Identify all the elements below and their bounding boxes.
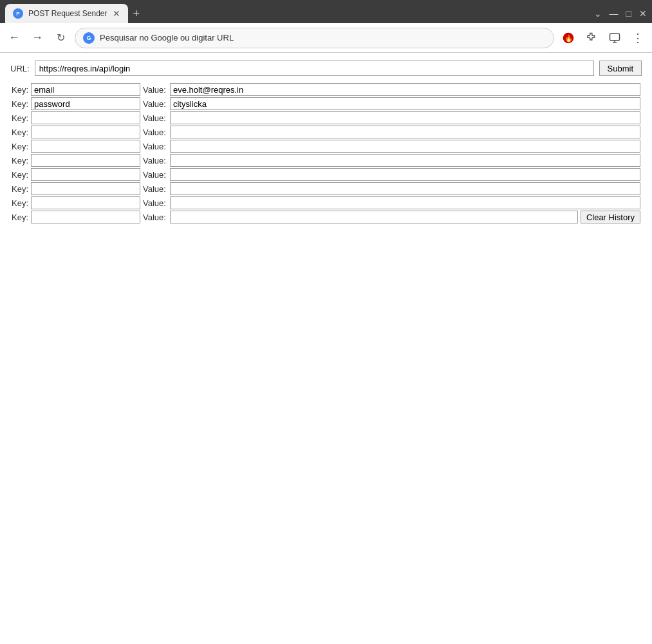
value-cell-9: Clear History (167, 210, 642, 224)
key-input-0[interactable] (31, 83, 140, 96)
key-label-2: Key: (10, 111, 30, 125)
tab-favicon: P (13, 8, 23, 19)
value-cell-6 (167, 167, 642, 182)
value-input-9[interactable] (170, 211, 578, 223)
key-label-1: Key: (10, 97, 30, 111)
new-tab-button[interactable]: + (133, 7, 140, 21)
key-value-table: Key: Value: Key: Value: Key: Value: (10, 82, 642, 224)
value-label-4: Value: (142, 139, 167, 153)
key-input-9[interactable] (31, 211, 140, 223)
url-row: URL: Submit (10, 61, 642, 76)
browser-tab[interactable]: P POST Request Sender ✕ (5, 4, 128, 23)
submit-button[interactable]: Submit (599, 61, 642, 76)
google-icon: G (83, 32, 95, 44)
key-cell-1 (30, 97, 142, 111)
key-label-7: Key: (10, 182, 30, 196)
back-button[interactable]: ← (5, 29, 23, 47)
key-input-5[interactable] (31, 154, 140, 167)
window-controls: ⌄ — □ ✕ (594, 8, 647, 19)
value-cell-7 (167, 182, 642, 196)
tab-bar: P POST Request Sender ✕ + ⌄ — □ ✕ (0, 0, 652, 23)
value-label-6: Value: (142, 167, 167, 182)
key-input-1[interactable] (31, 97, 140, 110)
key-cell-2 (30, 111, 142, 125)
value-label-8: Value: (142, 196, 167, 210)
key-cell-7 (30, 182, 142, 196)
value-label-9: Value: (142, 210, 167, 224)
value-label-5: Value: (142, 153, 167, 167)
browser-actions: 🔥 ⋮ (559, 29, 647, 47)
value-cell-2 (167, 111, 642, 125)
value-cell-4 (167, 139, 642, 153)
clear-history-button[interactable]: Clear History (581, 211, 640, 223)
value-input-3[interactable] (170, 126, 640, 138)
chevron-down-icon[interactable]: ⌄ (594, 8, 602, 19)
value-input-1[interactable] (170, 97, 640, 110)
value-label-3: Value: (142, 125, 167, 139)
value-cell-3 (167, 125, 642, 139)
minimize-button[interactable]: — (610, 8, 619, 19)
key-cell-0 (30, 82, 142, 97)
cast-icon[interactable] (606, 29, 624, 47)
value-input-8[interactable] (170, 196, 640, 209)
key-label-0: Key: (10, 82, 30, 97)
key-input-3[interactable] (31, 126, 140, 138)
url-input[interactable] (35, 61, 594, 76)
svg-rect-4 (610, 33, 620, 41)
value-input-2[interactable] (170, 111, 640, 124)
maximize-button[interactable]: □ (626, 8, 631, 19)
key-input-2[interactable] (31, 111, 140, 124)
svg-text:🔥: 🔥 (564, 33, 573, 42)
page-content: URL: Submit Key: Value: Key: Value: Key: (0, 53, 652, 644)
svg-text:P: P (16, 11, 20, 17)
menu-icon[interactable]: ⋮ (629, 29, 647, 47)
key-input-6[interactable] (31, 168, 140, 181)
value-input-0[interactable] (170, 83, 640, 96)
key-cell-5 (30, 153, 142, 167)
tab-close-button[interactable]: ✕ (113, 9, 120, 18)
key-label-9: Key: (10, 210, 30, 224)
tab-title: POST Request Sender (28, 9, 107, 18)
key-label-3: Key: (10, 125, 30, 139)
forward-button[interactable]: → (28, 29, 46, 47)
value-cell-8 (167, 196, 642, 210)
key-cell-6 (30, 167, 142, 182)
value-cell-1 (167, 97, 642, 111)
address-bar: ← → ↻ G Pesquisar no Google ou digitar U… (0, 23, 652, 53)
value-label-7: Value: (142, 182, 167, 196)
key-cell-8 (30, 196, 142, 210)
value-cell-0 (167, 82, 642, 97)
key-label-6: Key: (10, 167, 30, 182)
refresh-button[interactable]: ↻ (51, 29, 70, 47)
browser-url-bar[interactable]: G Pesquisar no Google ou digitar URL (75, 28, 554, 48)
value-input-4[interactable] (170, 140, 640, 153)
browser-url-text: Pesquisar no Google ou digitar URL (100, 33, 546, 43)
key-input-8[interactable] (31, 196, 140, 209)
value-label-1: Value: (142, 97, 167, 111)
key-label-4: Key: (10, 139, 30, 153)
value-label-2: Value: (142, 111, 167, 125)
fire-icon[interactable]: 🔥 (559, 29, 577, 47)
value-input-5[interactable] (170, 154, 640, 167)
value-input-7[interactable] (170, 182, 640, 195)
key-cell-4 (30, 139, 142, 153)
url-label: URL: (10, 64, 30, 73)
extensions-icon[interactable] (582, 29, 601, 47)
value-input-6[interactable] (170, 168, 640, 181)
key-label-5: Key: (10, 153, 30, 167)
key-input-7[interactable] (31, 182, 140, 195)
key-input-4[interactable] (31, 140, 140, 153)
close-window-button[interactable]: ✕ (639, 8, 647, 19)
value-label-0: Value: (142, 82, 167, 97)
browser-chrome: P POST Request Sender ✕ + ⌄ — □ ✕ ← → ↻ … (0, 0, 652, 53)
key-cell-3 (30, 125, 142, 139)
value-cell-5 (167, 153, 642, 167)
key-cell-9 (30, 210, 142, 224)
key-label-8: Key: (10, 196, 30, 210)
